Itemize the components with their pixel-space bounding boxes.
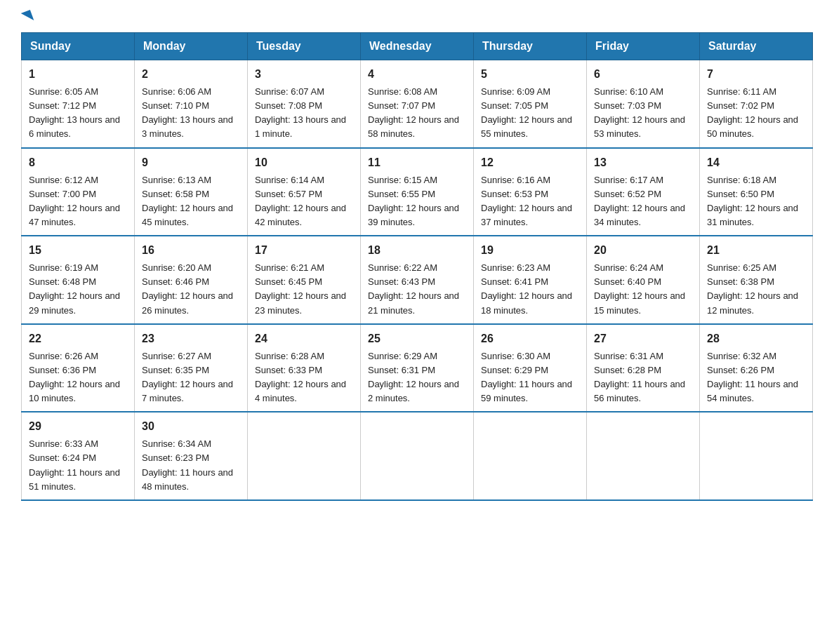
calendar-cell: 5Sunrise: 6:09 AMSunset: 7:05 PMDaylight… [474, 60, 587, 148]
calendar-cell: 1Sunrise: 6:05 AMSunset: 7:12 PMDaylight… [22, 60, 135, 148]
calendar-cell [700, 412, 813, 500]
weekday-header-monday: Monday [135, 33, 248, 60]
day-info: Sunrise: 6:06 AMSunset: 7:10 PMDaylight:… [142, 85, 240, 142]
day-info: Sunrise: 6:32 AMSunset: 6:26 PMDaylight:… [707, 349, 805, 406]
day-info: Sunrise: 6:05 AMSunset: 7:12 PMDaylight:… [29, 85, 127, 142]
day-info: Sunrise: 6:09 AMSunset: 7:05 PMDaylight:… [481, 85, 579, 142]
weekday-header-friday: Friday [587, 33, 700, 60]
calendar-cell: 17Sunrise: 6:21 AMSunset: 6:45 PMDayligh… [248, 236, 361, 324]
day-number: 22 [29, 330, 127, 347]
calendar-cell: 19Sunrise: 6:23 AMSunset: 6:41 PMDayligh… [474, 236, 587, 324]
day-number: 25 [368, 330, 466, 347]
day-number: 13 [594, 154, 692, 171]
day-number: 29 [29, 418, 127, 435]
calendar-body: 1Sunrise: 6:05 AMSunset: 7:12 PMDaylight… [22, 60, 813, 500]
day-info: Sunrise: 6:07 AMSunset: 7:08 PMDaylight:… [255, 85, 353, 142]
day-info: Sunrise: 6:11 AMSunset: 7:02 PMDaylight:… [707, 85, 805, 142]
calendar-cell: 4Sunrise: 6:08 AMSunset: 7:07 PMDaylight… [361, 60, 474, 148]
day-number: 5 [481, 66, 579, 83]
day-info: Sunrise: 6:14 AMSunset: 6:57 PMDaylight:… [255, 173, 353, 230]
calendar-table: SundayMondayTuesdayWednesdayThursdayFrid… [21, 32, 813, 501]
day-number: 24 [255, 330, 353, 347]
calendar-cell: 27Sunrise: 6:31 AMSunset: 6:28 PMDayligh… [587, 324, 700, 412]
calendar-cell: 15Sunrise: 6:19 AMSunset: 6:48 PMDayligh… [22, 236, 135, 324]
day-info: Sunrise: 6:22 AMSunset: 6:43 PMDaylight:… [368, 261, 466, 318]
day-info: Sunrise: 6:30 AMSunset: 6:29 PMDaylight:… [481, 349, 579, 406]
day-number: 7 [707, 66, 805, 83]
calendar-week-2: 8Sunrise: 6:12 AMSunset: 7:00 PMDaylight… [22, 148, 813, 236]
day-number: 20 [594, 242, 692, 259]
calendar-cell: 21Sunrise: 6:25 AMSunset: 6:38 PMDayligh… [700, 236, 813, 324]
day-info: Sunrise: 6:15 AMSunset: 6:55 PMDaylight:… [368, 173, 466, 230]
calendar-cell: 28Sunrise: 6:32 AMSunset: 6:26 PMDayligh… [700, 324, 813, 412]
day-info: Sunrise: 6:23 AMSunset: 6:41 PMDaylight:… [481, 261, 579, 318]
calendar-cell: 2Sunrise: 6:06 AMSunset: 7:10 PMDaylight… [135, 60, 248, 148]
calendar-cell [587, 412, 700, 500]
day-number: 21 [707, 242, 805, 259]
day-number: 9 [142, 154, 240, 171]
weekday-header-saturday: Saturday [700, 33, 813, 60]
calendar-cell: 12Sunrise: 6:16 AMSunset: 6:53 PMDayligh… [474, 148, 587, 236]
weekday-header-wednesday: Wednesday [361, 33, 474, 60]
day-info: Sunrise: 6:27 AMSunset: 6:35 PMDaylight:… [142, 349, 240, 406]
calendar-cell: 20Sunrise: 6:24 AMSunset: 6:40 PMDayligh… [587, 236, 700, 324]
day-number: 17 [255, 242, 353, 259]
calendar-cell [361, 412, 474, 500]
day-number: 30 [142, 418, 240, 435]
day-number: 27 [594, 330, 692, 347]
calendar-cell: 25Sunrise: 6:29 AMSunset: 6:31 PMDayligh… [361, 324, 474, 412]
calendar-cell: 13Sunrise: 6:17 AMSunset: 6:52 PMDayligh… [587, 148, 700, 236]
calendar-header: SundayMondayTuesdayWednesdayThursdayFrid… [22, 33, 813, 60]
logo-arrow-icon [21, 10, 34, 24]
day-number: 4 [368, 66, 466, 83]
day-info: Sunrise: 6:24 AMSunset: 6:40 PMDaylight:… [594, 261, 692, 318]
calendar-cell [474, 412, 587, 500]
day-info: Sunrise: 6:16 AMSunset: 6:53 PMDaylight:… [481, 173, 579, 230]
calendar-week-1: 1Sunrise: 6:05 AMSunset: 7:12 PMDaylight… [22, 60, 813, 148]
calendar-cell: 30Sunrise: 6:34 AMSunset: 6:23 PMDayligh… [135, 412, 248, 500]
calendar-cell: 3Sunrise: 6:07 AMSunset: 7:08 PMDaylight… [248, 60, 361, 148]
calendar-cell: 16Sunrise: 6:20 AMSunset: 6:46 PMDayligh… [135, 236, 248, 324]
calendar-cell: 7Sunrise: 6:11 AMSunset: 7:02 PMDaylight… [700, 60, 813, 148]
day-number: 14 [707, 154, 805, 171]
day-number: 18 [368, 242, 466, 259]
logo [21, 14, 32, 25]
day-info: Sunrise: 6:13 AMSunset: 6:58 PMDaylight:… [142, 173, 240, 230]
day-number: 11 [368, 154, 466, 171]
day-number: 12 [481, 154, 579, 171]
day-info: Sunrise: 6:12 AMSunset: 7:00 PMDaylight:… [29, 173, 127, 230]
weekday-header-thursday: Thursday [474, 33, 587, 60]
calendar-cell: 14Sunrise: 6:18 AMSunset: 6:50 PMDayligh… [700, 148, 813, 236]
calendar-week-5: 29Sunrise: 6:33 AMSunset: 6:24 PMDayligh… [22, 412, 813, 500]
day-number: 6 [594, 66, 692, 83]
day-info: Sunrise: 6:17 AMSunset: 6:52 PMDaylight:… [594, 173, 692, 230]
day-number: 8 [29, 154, 127, 171]
day-info: Sunrise: 6:26 AMSunset: 6:36 PMDaylight:… [29, 349, 127, 406]
calendar-cell: 18Sunrise: 6:22 AMSunset: 6:43 PMDayligh… [361, 236, 474, 324]
day-number: 10 [255, 154, 353, 171]
day-info: Sunrise: 6:21 AMSunset: 6:45 PMDaylight:… [255, 261, 353, 318]
day-number: 15 [29, 242, 127, 259]
day-number: 1 [29, 66, 127, 83]
calendar-cell [248, 412, 361, 500]
day-number: 28 [707, 330, 805, 347]
calendar-cell: 26Sunrise: 6:30 AMSunset: 6:29 PMDayligh… [474, 324, 587, 412]
calendar-cell: 29Sunrise: 6:33 AMSunset: 6:24 PMDayligh… [22, 412, 135, 500]
day-number: 23 [142, 330, 240, 347]
day-info: Sunrise: 6:19 AMSunset: 6:48 PMDaylight:… [29, 261, 127, 318]
calendar-week-3: 15Sunrise: 6:19 AMSunset: 6:48 PMDayligh… [22, 236, 813, 324]
day-info: Sunrise: 6:10 AMSunset: 7:03 PMDaylight:… [594, 85, 692, 142]
weekday-header-sunday: Sunday [22, 33, 135, 60]
day-info: Sunrise: 6:34 AMSunset: 6:23 PMDaylight:… [142, 437, 240, 494]
calendar-cell: 24Sunrise: 6:28 AMSunset: 6:33 PMDayligh… [248, 324, 361, 412]
calendar-cell: 8Sunrise: 6:12 AMSunset: 7:00 PMDaylight… [22, 148, 135, 236]
calendar-week-4: 22Sunrise: 6:26 AMSunset: 6:36 PMDayligh… [22, 324, 813, 412]
calendar-cell: 9Sunrise: 6:13 AMSunset: 6:58 PMDaylight… [135, 148, 248, 236]
weekday-header-tuesday: Tuesday [248, 33, 361, 60]
day-info: Sunrise: 6:28 AMSunset: 6:33 PMDaylight:… [255, 349, 353, 406]
calendar-cell: 6Sunrise: 6:10 AMSunset: 7:03 PMDaylight… [587, 60, 700, 148]
calendar-cell: 22Sunrise: 6:26 AMSunset: 6:36 PMDayligh… [22, 324, 135, 412]
day-number: 26 [481, 330, 579, 347]
day-info: Sunrise: 6:08 AMSunset: 7:07 PMDaylight:… [368, 85, 466, 142]
calendar-cell: 10Sunrise: 6:14 AMSunset: 6:57 PMDayligh… [248, 148, 361, 236]
